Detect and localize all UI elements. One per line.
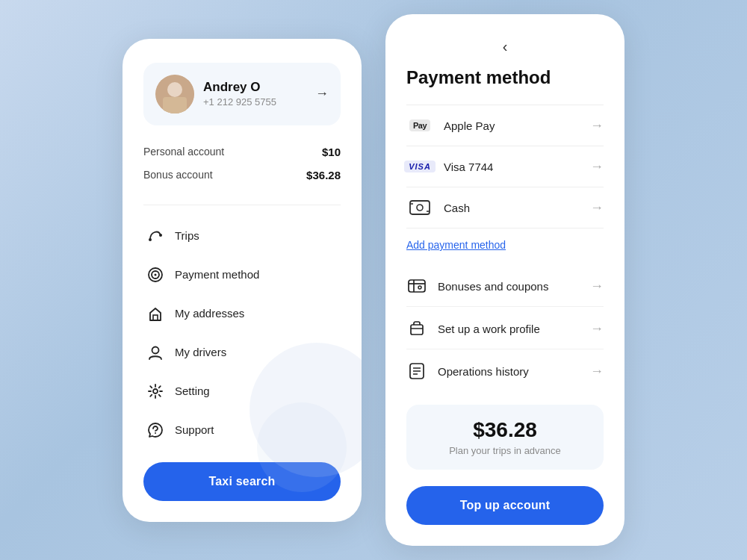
svg-point-20 [418,286,421,289]
menu-list: Trips Payment method My addresses [143,217,341,449]
cash-label: Cash [444,202,580,214]
payment-item-visa[interactable]: VISA Visa 7744 → [406,146,604,187]
svg-rect-21 [411,325,423,335]
svg-point-11 [153,389,158,393]
balance-subtitle: Plan your trips in advance [420,445,590,456]
svg-rect-13 [410,201,430,214]
drivers-icon [146,343,164,361]
extras-list: Bonuses and coupons → Set up a work prof… [406,266,604,391]
personal-account-label: Personal account [143,146,224,158]
work-profile-arrow-icon: → [590,321,604,337]
svg-rect-3 [163,97,187,113]
bonus-account-amount: $36.28 [306,169,341,181]
personal-account-row: Personal account $10 [143,140,341,164]
profile-name: Andrey O [203,80,306,95]
menu-item-setting[interactable]: Setting [143,373,341,410]
balance-amount: $36.28 [420,418,590,442]
svg-point-1 [167,82,182,97]
profile-arrow-icon[interactable]: → [315,86,329,102]
menu-label-support: Support [175,423,214,436]
menu-item-addresses[interactable]: My addresses [143,295,341,332]
support-icon [146,421,164,439]
profile-section[interactable]: Andrey O +1 212 925 5755 → [143,63,341,125]
back-button[interactable]: ‹ [406,38,604,55]
payment-item-applepay[interactable]: Pay Apple Pay → [406,105,604,146]
left-phone-card: Andrey O +1 212 925 5755 → Personal acco… [123,39,362,522]
history-icon [406,361,427,382]
svg-point-8 [155,273,157,276]
svg-point-4 [149,238,152,241]
svg-point-14 [417,205,423,211]
history-arrow-icon: → [590,364,604,379]
profile-info: Andrey O +1 212 925 5755 [203,80,306,108]
history-label: Operations history [438,365,580,378]
bonuses-icon [406,276,427,296]
apple-pay-arrow-icon: → [590,118,604,134]
bonuses-arrow-icon: → [590,279,604,294]
avatar [155,75,194,113]
extra-item-history[interactable]: Operations history → [406,351,604,391]
setting-icon [146,382,164,400]
menu-item-support[interactable]: Support [143,411,341,449]
menu-label-addresses: My addresses [175,307,244,320]
work-profile-icon [406,318,427,339]
svg-point-12 [155,432,156,434]
extra-item-work-profile[interactable]: Set up a work profile → [406,308,604,349]
visa-arrow-icon: → [590,159,604,175]
bonus-account-row: Bonus account $36.28 [143,164,341,187]
payment-icon [146,266,164,284]
top-up-button[interactable]: Top up account [406,486,604,525]
bonus-account-label: Bonus account [143,169,213,181]
profile-phone: +1 212 925 5755 [203,96,306,108]
visa-label: Visa 7744 [444,161,580,173]
taxi-search-button[interactable]: Taxi search [143,462,341,501]
trips-icon [146,227,164,245]
addresses-icon [146,305,164,323]
svg-rect-9 [153,315,158,320]
balance-card: $36.28 Plan your trips in advance [406,405,604,470]
svg-point-5 [159,234,162,237]
payment-title: Payment method [406,67,604,88]
extra-item-bonuses[interactable]: Bonuses and coupons → [406,266,604,307]
menu-item-payment[interactable]: Payment method [143,256,341,293]
payment-list: Pay Apple Pay → VISA Visa 7744 → Cash [406,105,604,228]
work-profile-label: Set up a work profile [438,323,580,335]
bonuses-label: Bonuses and coupons [438,280,580,293]
payment-item-cash[interactable]: Cash → [406,187,604,228]
add-payment-link[interactable]: Add payment method [406,239,604,251]
menu-item-trips[interactable]: Trips [143,217,341,255]
menu-label-payment: Payment method [175,268,259,281]
apple-pay-label: Apple Pay [444,119,580,132]
svg-point-10 [152,346,159,353]
cash-icon [406,199,433,217]
menu-item-drivers[interactable]: My drivers [143,334,341,371]
right-phone-card: ‹ Payment method Pay Apple Pay → VISA Vi… [385,14,624,546]
menu-label-setting: Setting [175,385,210,397]
personal-account-amount: $10 [322,146,341,158]
cash-arrow-icon: → [590,200,604,216]
account-rows: Personal account $10 Bonus account $36.2… [143,140,341,187]
apple-pay-icon: Pay [406,116,433,134]
menu-label-drivers: My drivers [175,346,226,358]
menu-label-trips: Trips [175,229,199,242]
svg-rect-17 [409,280,425,292]
visa-icon: VISA [406,158,433,175]
divider [143,205,341,205]
